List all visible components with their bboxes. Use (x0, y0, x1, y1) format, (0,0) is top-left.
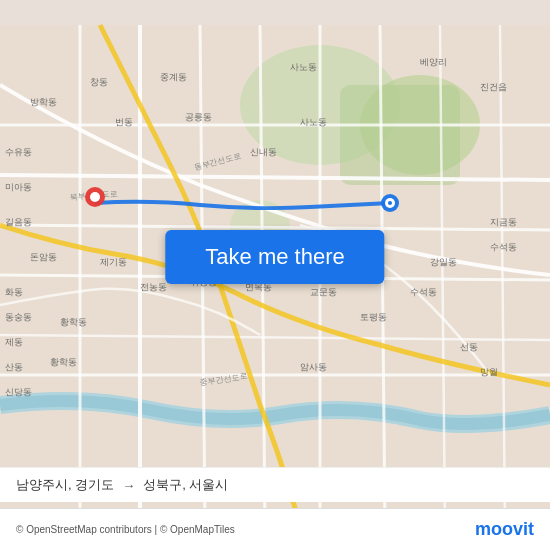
svg-text:방학동: 방학동 (30, 97, 57, 107)
svg-text:수석동: 수석동 (410, 287, 437, 297)
svg-text:길음동: 길음동 (5, 217, 32, 227)
svg-text:돈암동: 돈암동 (30, 252, 57, 262)
svg-text:제동: 제동 (5, 337, 23, 347)
svg-text:황학동: 황학동 (60, 317, 87, 327)
svg-text:신당동: 신당동 (5, 387, 32, 397)
map-attribution: © OpenStreetMap contributors | © OpenMap… (16, 524, 235, 535)
take-me-there-button[interactable]: Take me there (165, 230, 384, 284)
svg-text:중계동: 중계동 (160, 72, 187, 82)
svg-text:동숭동: 동숭동 (5, 312, 32, 322)
svg-text:교문동: 교문동 (310, 287, 337, 297)
svg-text:진건읍: 진건읍 (480, 82, 507, 92)
svg-text:공릉동: 공릉동 (185, 112, 212, 122)
svg-text:지금동: 지금동 (490, 217, 517, 227)
svg-text:토평동: 토평동 (360, 312, 387, 322)
svg-text:사노동: 사노동 (290, 62, 317, 72)
svg-text:강일동: 강일동 (430, 257, 457, 267)
svg-text:화동: 화동 (5, 287, 23, 297)
svg-text:창동: 창동 (90, 77, 108, 87)
logo-text: moovit (475, 519, 534, 540)
svg-text:베양리: 베양리 (420, 57, 447, 67)
svg-point-57 (90, 192, 100, 202)
button-overlay: Take me there (165, 230, 384, 284)
svg-text:수석동: 수석동 (490, 242, 517, 252)
svg-text:선동: 선동 (460, 342, 478, 352)
route-info: 남양주시, 경기도 → 성북구, 서울시 (0, 467, 550, 502)
map-container: 방학동 창동 중계동 사노동 베양리 진건읍 수유동 미아동 길음동 돈암동 화… (0, 0, 550, 550)
svg-text:전농동: 전농동 (140, 282, 167, 292)
route-from: 남양주시, 경기도 (16, 476, 114, 494)
svg-text:제기동: 제기동 (100, 257, 127, 267)
svg-text:미아동: 미아동 (5, 182, 32, 192)
bottom-bar: © OpenStreetMap contributors | © OpenMap… (0, 508, 550, 550)
svg-text:암사동: 암사동 (300, 362, 327, 372)
moovit-logo: moovit (475, 519, 534, 540)
svg-point-60 (388, 201, 392, 205)
route-arrow: → (122, 478, 135, 493)
svg-text:황학동: 황학동 (50, 357, 77, 367)
svg-text:번동: 번동 (115, 117, 133, 127)
svg-text:망월: 망월 (480, 367, 498, 377)
svg-text:신내동: 신내동 (250, 147, 277, 157)
svg-text:수유동: 수유동 (5, 147, 32, 157)
route-to: 성북구, 서울시 (143, 476, 228, 494)
svg-text:사노동: 사노동 (300, 117, 327, 127)
svg-text:산동: 산동 (5, 362, 23, 372)
